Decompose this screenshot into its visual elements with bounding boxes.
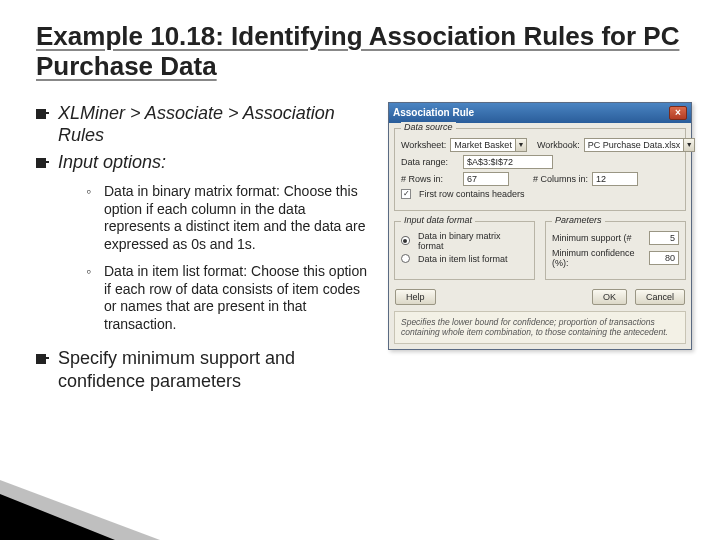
radio-item-list-label: Data in item list format xyxy=(418,254,508,264)
button-row-left: Help xyxy=(389,285,442,311)
bullet-1: XLMiner > Associate > Association Rules xyxy=(36,102,374,147)
bullet-2: Input options: Data in binary matrix for… xyxy=(36,151,374,334)
headers-label: First row contains headers xyxy=(419,189,525,199)
min-support-input[interactable]: 5 xyxy=(649,231,679,245)
help-button[interactable]: Help xyxy=(395,289,436,305)
data-range-label: Data range: xyxy=(401,157,459,167)
radio-binary-matrix[interactable] xyxy=(401,236,410,245)
bullet-1-text: XLMiner > Associate > Association Rules xyxy=(58,103,335,146)
min-confidence-input[interactable]: 80 xyxy=(649,251,679,265)
group-input-format-label: Input data format xyxy=(401,215,475,225)
workbook-combo[interactable]: PC Purchase Data.xlsx ▼ xyxy=(584,138,696,152)
chevron-down-icon[interactable]: ▼ xyxy=(683,138,695,152)
bullet-3: Specify minimum support and confidence p… xyxy=(36,347,374,392)
min-confidence-label: Minimum confidence (%): xyxy=(552,248,645,268)
workbook-value: PC Purchase Data.xlsx xyxy=(584,138,684,152)
group-data-source-label: Data source xyxy=(401,122,456,132)
group-parameters: Parameters Minimum support (# 5 Minimum … xyxy=(545,221,686,280)
cols-value: 12 xyxy=(592,172,638,186)
bullet-2-text: Input options: xyxy=(58,152,166,172)
headers-checkbox[interactable]: ✓ xyxy=(401,189,411,199)
sub-bullet-2: Data in item list format: Choose this op… xyxy=(86,263,374,333)
hint-text: Specifies the lower bound for confidence… xyxy=(394,311,686,344)
slide-content: XLMiner > Associate > Association Rules … xyxy=(0,96,720,397)
group-data-source: Data source Worksheet: Market Basket ▼ W… xyxy=(394,128,686,211)
close-icon[interactable]: × xyxy=(669,106,687,120)
worksheet-value: Market Basket xyxy=(450,138,515,152)
cols-label: # Columns in: xyxy=(533,174,588,184)
data-range-input[interactable]: $A$3:$I$72 xyxy=(463,155,553,169)
ok-button[interactable]: OK xyxy=(592,289,627,305)
slide-title: Example 10.18: Identifying Association R… xyxy=(0,0,720,96)
right-column: Association Rule × Data source Worksheet… xyxy=(388,102,692,397)
group-input-format: Input data format Data in binary matrix … xyxy=(394,221,535,280)
sub-bullet-list: Data in binary matrix format: Choose thi… xyxy=(86,183,374,333)
decorative-wedge xyxy=(0,494,115,540)
group-parameters-label: Parameters xyxy=(552,215,605,225)
cancel-button[interactable]: Cancel xyxy=(635,289,685,305)
workbook-label: Workbook: xyxy=(537,140,580,150)
chevron-down-icon[interactable]: ▼ xyxy=(515,138,527,152)
left-column: XLMiner > Associate > Association Rules … xyxy=(36,102,374,397)
min-support-label: Minimum support (# xyxy=(552,233,645,243)
dialog-title: Association Rule xyxy=(393,107,474,118)
rows-label: # Rows in: xyxy=(401,174,459,184)
dialog-association-rule: Association Rule × Data source Worksheet… xyxy=(388,102,692,350)
dialog-titlebar: Association Rule × xyxy=(389,103,691,123)
worksheet-label: Worksheet: xyxy=(401,140,446,150)
bullet-3-text: Specify minimum support and confidence p… xyxy=(58,348,295,391)
radio-binary-matrix-label: Data in binary matrix format xyxy=(418,231,528,251)
sub-bullet-1: Data in binary matrix format: Choose thi… xyxy=(86,183,374,253)
rows-value: 67 xyxy=(463,172,509,186)
radio-item-list[interactable] xyxy=(401,254,410,263)
button-row-right: OK Cancel xyxy=(442,285,691,311)
bullet-list: XLMiner > Associate > Association Rules … xyxy=(36,102,374,393)
worksheet-combo[interactable]: Market Basket ▼ xyxy=(450,138,527,152)
